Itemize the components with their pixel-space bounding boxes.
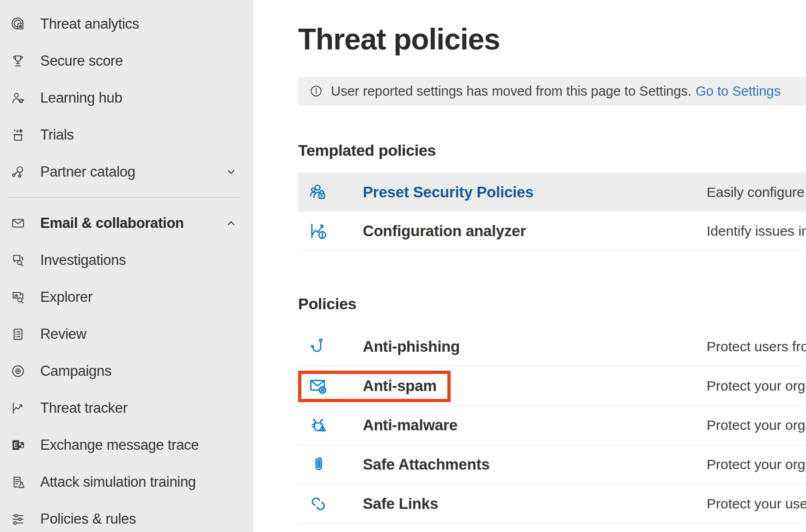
exchange-message-trace-icon (10, 437, 26, 453)
sidebar-item-partner-catalog[interactable]: Partner catalog (0, 153, 253, 190)
campaigns-icon (10, 363, 26, 379)
sidebar-item-label: Investigations (40, 252, 126, 269)
policy-row-label: Preset Security Policies (363, 183, 533, 201)
sidebar-item-threat-analytics[interactable]: Threat analytics (0, 6, 253, 43)
explorer-icon (10, 289, 26, 305)
info-icon (309, 84, 323, 98)
policy-row-description: Protect your organiz (707, 378, 806, 394)
anti-phishing-icon (308, 336, 329, 357)
sidebar-item-secure-score[interactable]: Secure score (0, 43, 253, 79)
attack-simulation-icon (10, 474, 26, 490)
policy-row-label: Safe Attachments (363, 456, 489, 473)
policy-row-label: Anti-spam (363, 377, 437, 395)
policy-row-description: Easily configure prot (707, 184, 806, 200)
policy-row-label: Configuration analyzer (363, 222, 526, 240)
policy-row-safe-links[interactable]: Safe LinksProtect your users fr (298, 484, 806, 524)
page-title: Threat policies (298, 22, 500, 56)
sidebar-item-exchange-message-trace[interactable]: Exchange message trace (0, 427, 253, 464)
templated-policies-list: Preset Security PoliciesEasily configure… (298, 172, 806, 251)
go-to-settings-link[interactable]: Go to Settings (696, 84, 781, 99)
sidebar-item-label: Trials (40, 127, 74, 143)
email-collaboration-icon (10, 215, 26, 231)
sidebar-item-trials[interactable]: Trials (0, 116, 253, 153)
sidebar-item-investigations[interactable]: Investigations (0, 242, 253, 279)
policy-row-description: Protect your users fr (707, 496, 806, 512)
anti-spam-icon (308, 375, 329, 397)
sidebar-item-policies-rules[interactable]: Policies & rules (0, 501, 253, 532)
secure-score-icon (10, 53, 26, 69)
policies-list: Anti-phishingProtect users from pAnti-sp… (298, 327, 806, 524)
sidebar-item-threat-tracker[interactable]: Threat tracker (0, 390, 253, 427)
policy-row-label: Anti-malware (363, 416, 458, 434)
configuration-analyzer-icon (308, 220, 329, 242)
chevron-down-icon (225, 166, 237, 178)
sidebar-item-label: Secure score (40, 53, 123, 69)
anti-malware-icon (308, 415, 329, 436)
policy-row-preset-security-policies[interactable]: Preset Security PoliciesEasily configure… (298, 172, 806, 212)
threat-tracker-icon (10, 400, 26, 416)
safe-attachments-icon (308, 454, 329, 475)
sidebar-item-review[interactable]: Review (0, 316, 253, 353)
threat-analytics-icon (10, 16, 26, 32)
policy-row-label: Anti-phishing (363, 338, 460, 355)
policy-row-anti-phishing[interactable]: Anti-phishingProtect users from p (298, 327, 806, 367)
sidebar-nav: Threat analyticsSecure scoreLearning hub… (0, 6, 253, 532)
sidebar-item-label: Learning hub (40, 90, 122, 106)
section-heading-templated-policies: Templated policies (298, 141, 436, 159)
partner-catalog-icon (10, 164, 26, 180)
sidebar-item-label: Review (40, 326, 86, 342)
info-banner: User reported settings has moved from th… (298, 77, 806, 105)
policy-row-anti-malware[interactable]: Anti-malwareProtect your organiz (298, 406, 806, 445)
sidebar-item-email-collaboration[interactable]: Email & collaboration (0, 205, 253, 242)
sidebar-item-label: Explorer (40, 289, 92, 306)
investigations-icon (10, 252, 26, 268)
policy-row-description: Identify issues in you (707, 223, 806, 239)
section-heading-policies: Policies (298, 295, 356, 313)
policies-rules-icon (10, 511, 26, 527)
trials-icon (10, 127, 26, 143)
sidebar-item-label: Attack simulation training (40, 474, 196, 490)
policy-row-description: Protect your organiz (707, 457, 806, 472)
learning-hub-icon (10, 90, 26, 106)
safe-links-icon (308, 493, 329, 514)
policy-row-description: Protect your organiz (707, 417, 806, 433)
sidebar-item-attack-simulation-training[interactable]: Attack simulation training (0, 464, 253, 501)
policy-row-safe-attachments[interactable]: Safe AttachmentsProtect your organiz (298, 445, 806, 484)
preset-security-icon (308, 182, 329, 203)
banner-text: User reported settings has moved from th… (331, 84, 691, 99)
chevron-up-icon (225, 217, 237, 229)
sidebar-item-label: Email & collaboration (40, 215, 184, 232)
sidebar-item-label: Exchange message trace (40, 437, 199, 453)
sidebar-item-learning-hub[interactable]: Learning hub (0, 79, 253, 116)
policy-row-description: Protect users from p (707, 339, 806, 355)
sidebar-item-label: Partner catalog (40, 164, 135, 180)
policy-row-label: Safe Links (363, 495, 438, 513)
sidebar-item-label: Policies & rules (40, 511, 136, 527)
review-icon (10, 326, 26, 342)
sidebar-item-label: Threat analytics (40, 16, 139, 32)
policy-row-anti-spam[interactable]: Anti-spamProtect your organiz (298, 367, 806, 406)
sidebar-item-label: Threat tracker (40, 400, 128, 416)
sidebar-item-explorer[interactable]: Explorer (0, 279, 253, 316)
sidebar-item-campaigns[interactable]: Campaigns (0, 353, 253, 390)
sidebar-divider (8, 197, 240, 198)
sidebar-item-label: Campaigns (40, 363, 111, 379)
policy-row-configuration-analyzer[interactable]: Configuration analyzerIdentify issues in… (298, 212, 806, 251)
sidebar: Threat analyticsSecure scoreLearning hub… (0, 0, 253, 532)
